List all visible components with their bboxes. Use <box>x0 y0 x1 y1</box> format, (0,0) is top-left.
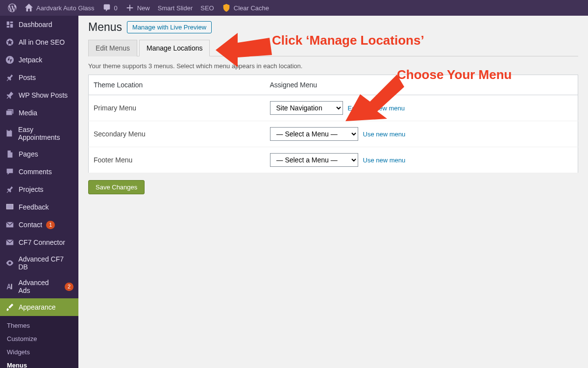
site-title: Aardvark Auto Glass <box>36 4 95 12</box>
shield-icon <box>222 3 231 12</box>
new-content-link[interactable]: New <box>122 0 154 16</box>
adminbar-item-smart-slider[interactable]: Smart Slider <box>154 0 197 16</box>
comment-icon <box>102 3 111 12</box>
comments-link[interactable]: 0 <box>98 0 122 16</box>
comments-count: 0 <box>114 4 118 12</box>
wp-logo[interactable] <box>4 0 21 16</box>
new-label: New <box>137 4 150 12</box>
admin-toolbar: Aardvark Auto Glass 0 New Smart Slider S… <box>0 0 588 16</box>
adminbar-item-seo[interactable]: SEO <box>196 0 218 16</box>
site-home-link[interactable]: Aardvark Auto Glass <box>21 0 98 16</box>
adminbar-item-clear-cache[interactable]: Clear Cache <box>218 0 273 16</box>
home-icon <box>24 3 33 12</box>
wordpress-icon <box>8 3 17 12</box>
plus-icon <box>125 3 134 12</box>
